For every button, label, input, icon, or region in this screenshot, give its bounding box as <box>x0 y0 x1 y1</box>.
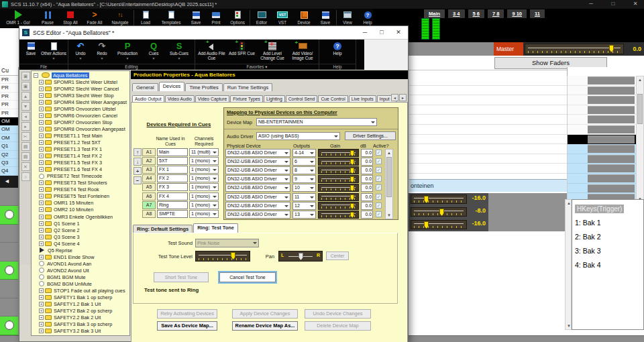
tree-item[interactable]: +END1 Einde Show <box>32 253 129 260</box>
device-name-input[interactable]: FX 3 <box>157 183 188 191</box>
active-checkbox[interactable]: ✓ <box>376 167 382 173</box>
tab-time-profiles[interactable]: Time Profiles <box>185 83 222 91</box>
cue-row-gray[interactable] <box>0 280 18 298</box>
device-id-cell[interactable]: A6 <box>142 192 156 201</box>
ribbon-button-production[interactable]: PProduction▼ <box>113 40 142 60</box>
hkey-item[interactable]: 2: Bak 2 <box>575 230 641 244</box>
cue-row[interactable]: PR <box>0 84 18 92</box>
bottom-button-save-as-device-map-[interactable]: Save As Device Map... <box>157 321 217 331</box>
ribbon-button-undo[interactable]: ↶Undo▼ <box>70 40 91 60</box>
expander-icon[interactable]: + <box>39 194 44 198</box>
cue-row-gray[interactable] <box>0 243 18 262</box>
tree-item[interactable]: +PRESET1.2 Test 5XT <box>32 139 129 146</box>
tree-item[interactable]: +SPOMR3 Slecht Weer Stop <box>32 92 129 99</box>
tab-cue-control[interactable]: Cue Control <box>318 95 347 102</box>
demote-icon[interactable]: ▸ <box>21 122 30 131</box>
promote-icon[interactable]: ◂ <box>21 112 30 121</box>
meter-tab-910[interactable]: 9 10 <box>507 9 527 18</box>
cut-icon[interactable]: ✂ <box>21 132 30 141</box>
minimize-icon[interactable]: ─ <box>357 26 373 40</box>
gain-slider[interactable] <box>318 166 359 174</box>
active-checkbox[interactable]: ✓ <box>376 184 382 190</box>
tab-control-send[interactable]: Control Send <box>286 95 318 102</box>
device-name-input[interactable]: 5XT <box>157 157 188 165</box>
expander-icon[interactable]: + <box>39 207 44 212</box>
bg-list-scrollbar[interactable]: ▲ ▼ <box>636 76 644 203</box>
remove-button[interactable]: − <box>133 176 142 184</box>
device-name-input[interactable]: SMPTE <box>157 210 188 218</box>
expander-icon[interactable]: + <box>39 140 44 145</box>
outputs-select[interactable]: 13 <box>292 211 316 219</box>
channels-select[interactable]: 1 (mono) <box>189 183 219 191</box>
expander-icon[interactable]: + <box>39 167 44 172</box>
ribbon-button-redo[interactable]: ↷Redo▼ <box>91 40 113 60</box>
channels-select[interactable]: 1 (mono) <box>189 174 219 182</box>
meter-tab-11[interactable]: 11 <box>530 9 545 18</box>
expander-icon[interactable]: + <box>39 133 44 138</box>
active-checkbox[interactable]: ✓ <box>376 150 382 156</box>
expander-icon[interactable]: − <box>34 73 38 78</box>
cue-row-gray[interactable] <box>0 188 18 207</box>
gain-slider[interactable] <box>318 158 359 166</box>
active-checkbox[interactable]: ✓ <box>376 203 382 209</box>
device-name-input[interactable]: FX 4 <box>157 192 188 201</box>
expander-icon[interactable]: + <box>39 315 44 320</box>
ribbon-button-add-audio-file-cue[interactable]: Add Audio File Cue <box>197 40 227 61</box>
hkey-item[interactable]: 4: Bak 4 <box>575 258 641 272</box>
tree-item[interactable]: +Q3 Scene 3 <box>32 233 129 240</box>
expander-icon[interactable]: + <box>39 241 44 246</box>
tab-ring-default-settings[interactable]: Ring: Default Settings <box>133 225 193 233</box>
bg-fader[interactable] <box>411 207 467 217</box>
expander-icon[interactable]: + <box>39 329 44 333</box>
channels-select[interactable]: 11 (multi) <box>189 148 219 156</box>
db-value[interactable]: 0.0 <box>361 202 373 210</box>
bg-fader[interactable] <box>411 194 467 204</box>
expander-icon[interactable]: + <box>39 127 44 131</box>
hkeys-scrollbar[interactable]: ▲ ▼ <box>565 199 572 330</box>
audio-driver-select[interactable]: ASIO (using BASS) <box>256 132 340 140</box>
tree-root[interactable]: −Aqua Bellatores <box>32 72 129 78</box>
expander-icon[interactable]: + <box>39 235 44 239</box>
hkey-item[interactable]: 3: Bak 3 <box>575 244 641 258</box>
channels-select[interactable]: 1 (mono) <box>189 192 219 201</box>
outputs-select[interactable]: 4-14 <box>292 149 316 157</box>
active-checkbox[interactable]: ✓ <box>376 211 382 217</box>
tab-audio-output[interactable]: Audio Output <box>132 95 164 102</box>
move-down-button[interactable]: ↓ <box>133 158 142 166</box>
expander-icon[interactable]: + <box>39 100 44 105</box>
outputs-select[interactable]: 11 <box>292 193 316 201</box>
tree-item[interactable]: +SPOMR4 Slecht Weer Aangepast <box>32 99 129 105</box>
ribbon-button-sub-cues[interactable]: SSub-Cues▼ <box>165 40 193 60</box>
expander-icon[interactable]: + <box>39 295 44 300</box>
editor-titlebar[interactable]: S SCS Editor - "Aqua Bellatores" * ─ □ ✕ <box>19 26 408 40</box>
copy-icon[interactable]: ▣ <box>21 72 30 80</box>
maximize-icon[interactable]: □ <box>374 26 390 40</box>
device-name-input[interactable]: FX 1 <box>157 166 188 174</box>
close-icon[interactable]: ✕ <box>390 26 407 40</box>
pan-slider[interactable]: L R <box>278 251 323 262</box>
tree-item[interactable]: Q5 Reprise <box>32 247 129 253</box>
physical-device-select[interactable]: DN32-USB ASIO Driver <box>225 211 290 219</box>
physical-device-select[interactable]: DN32-USB ASIO Driver <box>225 193 290 201</box>
maximize-icon[interactable]: □ <box>604 0 622 9</box>
ribbon-button-add-video-image-cue[interactable]: Add Video/ Image Cue <box>288 40 317 61</box>
tab-lighting[interactable]: Lighting <box>264 95 285 102</box>
hkey-item[interactable]: 1: Bak 1 <box>575 216 641 230</box>
bottom-button-rename-device-map-as-[interactable]: Rename Device Map As... <box>232 321 298 331</box>
device-id-cell[interactable]: A4 <box>142 174 156 182</box>
tree-item[interactable]: +Q4 Scene 4 <box>32 240 129 247</box>
tree-item[interactable]: +SAFETY2 Bak 2 op scherp <box>32 308 129 315</box>
tab-run-time-settings[interactable]: Run Time Settings <box>223 83 272 91</box>
cue-row-green[interactable] <box>0 317 18 335</box>
tree-item[interactable]: AVOND2 Avond Uit <box>32 267 129 274</box>
cue-row-green[interactable] <box>0 262 18 280</box>
tree-item[interactable]: +PRESET5 Test Fonteinen <box>32 193 129 200</box>
ribbon-button-help[interactable]: ?Help <box>321 40 354 56</box>
cue-row[interactable]: PR <box>0 93 18 101</box>
tab-devices[interactable]: Devices <box>159 82 185 91</box>
channels-select[interactable]: 1 (mono) <box>189 166 219 174</box>
move-down-icon[interactable]: ▼ <box>21 102 30 111</box>
expander-icon[interactable]: + <box>39 221 44 226</box>
tree-item[interactable]: AVOND1 Avond Aan <box>32 260 129 267</box>
channels-select[interactable]: 1 (mono) <box>189 201 219 209</box>
